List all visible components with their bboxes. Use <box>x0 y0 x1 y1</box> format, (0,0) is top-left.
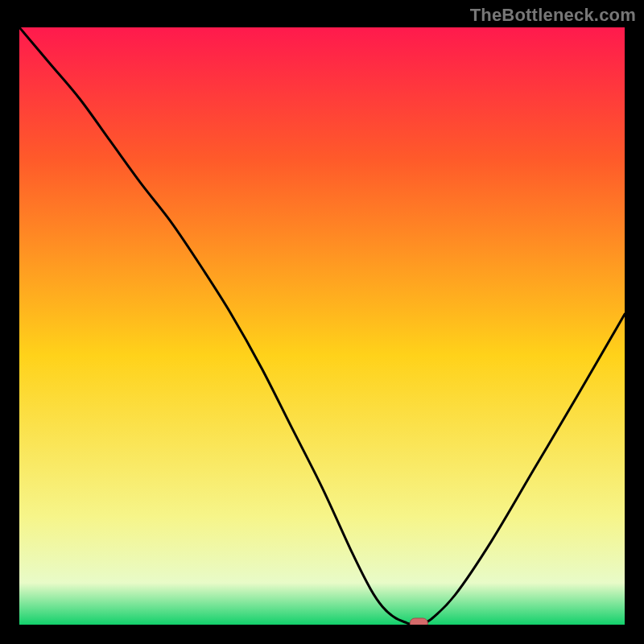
watermark-text: TheBottleneck.com <box>470 5 636 26</box>
bottleneck-chart-svg <box>19 27 625 625</box>
optimal-marker <box>410 618 427 625</box>
chart-frame: TheBottleneck.com <box>0 0 644 644</box>
plot-area <box>19 27 625 625</box>
gradient-background <box>19 27 625 625</box>
